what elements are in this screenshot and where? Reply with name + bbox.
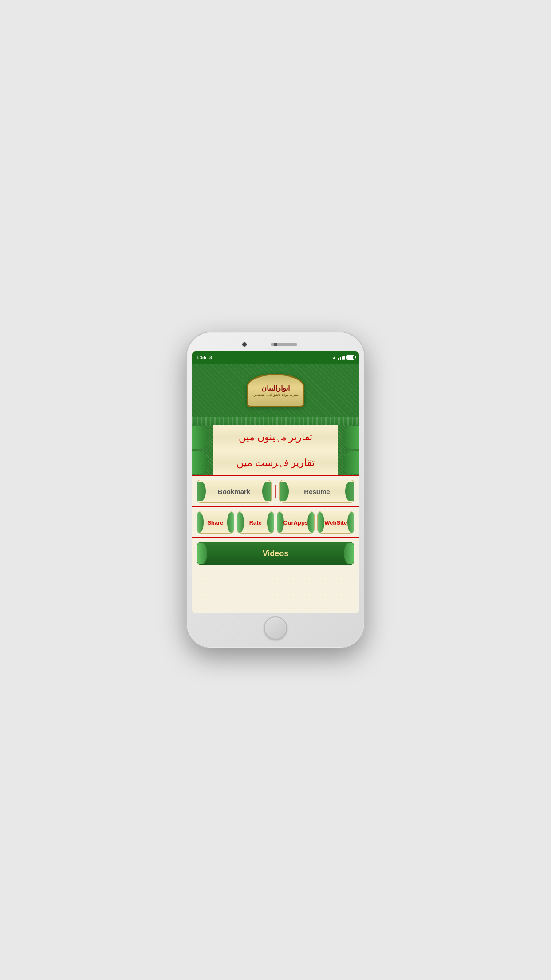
resume-label: Resume — [304, 488, 330, 495]
website-leaf-left — [317, 512, 324, 533]
bookmark-leaf-right — [262, 482, 272, 501]
btn2-text: تقاریر فہرست میں — [236, 457, 315, 469]
urdu-button-2[interactable]: تقاریر فہرست میں — [192, 450, 359, 476]
btn1-text: تقاریر مہینوں میں — [239, 431, 312, 443]
resume-leaf-left — [279, 482, 289, 501]
time-display: 1:56 — [197, 355, 206, 360]
share-leaf-right — [227, 512, 234, 533]
action-buttons-row: Share Rate OurApps WebSite — [192, 507, 359, 538]
logo-arch: انوارالبیان حضرت مولانا عاشق الہی بلندشہ… — [247, 374, 304, 407]
phone-screen: 1:56 ⊙ ▲ — [192, 351, 359, 613]
phone-bottom — [192, 613, 359, 643]
logo-sub: حضرت مولانا عاشق الہی بلندشہری — [252, 393, 299, 397]
website-leaf-right — [347, 512, 354, 533]
ourapps-label: OurApps — [283, 519, 308, 526]
battery-fill — [347, 356, 353, 359]
status-right: ▲ — [332, 355, 354, 360]
ourapps-button[interactable]: OurApps — [277, 511, 315, 534]
btn1-side-left — [192, 425, 213, 450]
phone-top-bar — [192, 338, 359, 351]
home-button[interactable] — [264, 616, 287, 640]
signal-bar-3 — [342, 356, 343, 360]
side-leaf-right-2 — [343, 451, 359, 474]
green-border-top — [192, 417, 359, 425]
divider — [274, 480, 277, 503]
videos-leaf-left — [197, 543, 207, 564]
resume-button[interactable]: Resume — [279, 480, 354, 503]
videos-label: Videos — [263, 549, 289, 558]
clock-icon: ⊙ — [208, 355, 212, 360]
menu-area: تقاریر مہینوں میں تقاریر فہرست میں — [192, 425, 359, 569]
website-label: WebSite — [324, 519, 347, 526]
resume-leaf-right — [345, 482, 354, 501]
signal-bar-1 — [338, 358, 339, 360]
header-area: انوارالبیان حضرت مولانا عاشق الہی بلندشہ… — [192, 364, 359, 417]
wifi-icon: ▲ — [332, 355, 336, 360]
content-area — [192, 569, 359, 613]
website-button[interactable]: WebSite — [317, 511, 355, 534]
logo-content: انوارالبیان حضرت مولانا عاشق الہی بلندشہ… — [252, 384, 299, 397]
bookmark-leaf-left — [197, 482, 206, 501]
divider-line — [275, 485, 276, 498]
btn1-inner: تقاریر مہینوں میں — [213, 425, 338, 450]
camera-dot — [274, 343, 277, 346]
rate-leaf-left — [237, 512, 244, 533]
signal-bar-2 — [340, 357, 341, 360]
front-camera-icon — [242, 342, 247, 347]
share-label: Share — [207, 519, 223, 526]
share-button[interactable]: Share — [197, 511, 234, 534]
videos-btn-wrap: Videos — [192, 538, 359, 569]
rate-button[interactable]: Rate — [237, 511, 275, 534]
battery-icon — [346, 355, 354, 360]
side-leaf-left-2 — [192, 451, 208, 474]
videos-button[interactable]: Videos — [197, 542, 354, 565]
status-bar: 1:56 ⊙ ▲ — [192, 351, 359, 364]
signal-bar-4 — [343, 356, 345, 360]
logo-text: انوارالبیان — [252, 384, 299, 392]
videos-leaf-right — [344, 543, 354, 564]
logo-badge: انوارالبیان حضرت مولانا عاشق الہی بلندشہ… — [247, 374, 304, 407]
side-leaf-right-1 — [343, 426, 359, 449]
side-leaf-left-1 — [192, 426, 208, 449]
status-left: 1:56 ⊙ — [197, 355, 212, 360]
btn2-inner: تقاریر فہرست میں — [213, 450, 338, 475]
btn2-side-right — [338, 450, 359, 475]
share-leaf-left — [197, 512, 204, 533]
bookmark-label: Bookmark — [218, 488, 250, 495]
ourapps-leaf-right — [307, 512, 315, 533]
phone-frame: 1:56 ⊙ ▲ — [187, 332, 364, 648]
urdu-button-1[interactable]: تقاریر مہینوں میں — [192, 425, 359, 450]
bookmark-resume-row: Bookmark Resume — [192, 476, 359, 507]
rate-label: Rate — [249, 519, 262, 526]
signal-icon — [338, 355, 345, 360]
btn1-side-right — [338, 425, 359, 450]
rate-leaf-right — [267, 512, 274, 533]
btn2-side-left — [192, 450, 213, 475]
bookmark-button[interactable]: Bookmark — [197, 480, 272, 503]
